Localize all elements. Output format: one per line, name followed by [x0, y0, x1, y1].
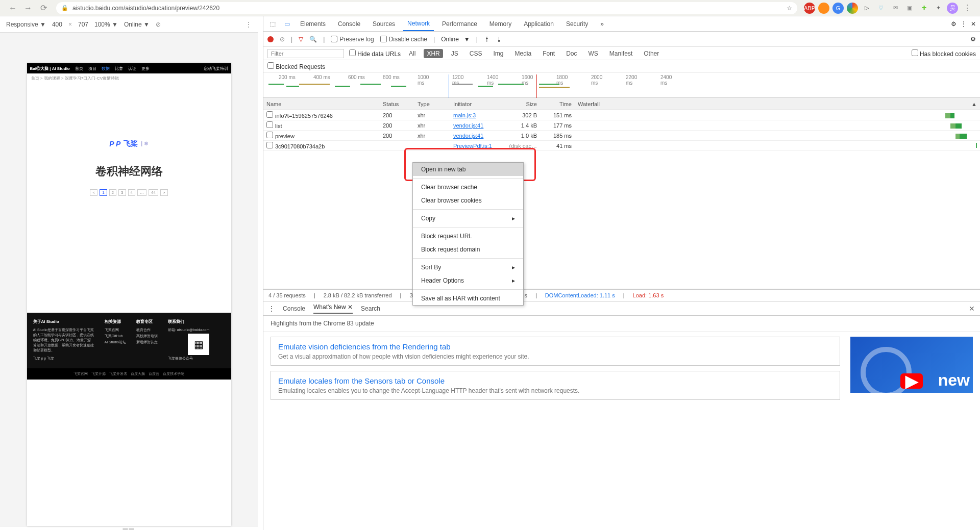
close-tab-icon[interactable]: ✕	[348, 304, 353, 311]
star-icon[interactable]: ☆	[787, 5, 792, 12]
ft-xhr[interactable]: XHR	[424, 49, 443, 58]
nav-notice[interactable]: 启动飞桨特训	[204, 66, 228, 71]
table-row[interactable]: info?t=1596257576246 200xhr main.js:3 30…	[263, 110, 980, 120]
ft-res-1[interactable]: 飞桨官网	[105, 327, 126, 333]
ft-font[interactable]: Font	[540, 49, 558, 58]
devtools-menu-icon[interactable]: ⋮	[961, 20, 967, 28]
record-icon[interactable]	[267, 36, 274, 42]
filter-toggle-icon[interactable]: ▽	[299, 36, 303, 43]
ext-abp-icon[interactable]: ABP	[804, 3, 815, 14]
youtube-play-icon[interactable]: ▶	[900, 373, 923, 389]
initiator-link[interactable]: main.js:3	[453, 112, 476, 118]
ctx-block-domain[interactable]: Block request domain	[413, 243, 523, 256]
row-select[interactable]	[266, 121, 273, 128]
ctx-save-har[interactable]: Save all as HAR with content	[413, 292, 523, 305]
url-bar[interactable]: 🔒 aistudio.baidu.com/aistudio/education/…	[56, 2, 797, 14]
ft-all[interactable]: All	[406, 49, 419, 58]
tab-console[interactable]: Console	[334, 16, 364, 31]
col-name[interactable]: Name	[263, 101, 380, 107]
ext-more-icon[interactable]: ✦	[933, 3, 944, 14]
ctx-header[interactable]: Header Options▸	[413, 274, 523, 287]
ft-doc[interactable]: Doc	[563, 49, 580, 58]
ft-res-3[interactable]: AI Studio论坛	[105, 340, 126, 345]
ft-manifest[interactable]: Manifest	[606, 49, 635, 58]
preserve-log-checkbox[interactable]: Preserve log	[331, 36, 374, 43]
col-status[interactable]: Status	[380, 101, 414, 107]
pg-1[interactable]: 1	[100, 189, 107, 196]
ft-css[interactable]: CSS	[467, 49, 485, 58]
ctx-block-url[interactable]: Block request URL	[413, 230, 523, 243]
drawer-close-icon[interactable]: ✕	[969, 305, 975, 313]
nav-home[interactable]: 首页	[75, 66, 83, 71]
ft-media[interactable]: Media	[511, 49, 534, 58]
nav-cert[interactable]: 认证	[128, 66, 136, 71]
clear-icon[interactable]: ⊘	[280, 36, 285, 43]
pg-last[interactable]: 44	[149, 189, 158, 196]
ft-edu-2[interactable]: 高校师资培训	[136, 334, 158, 339]
ft-edu-1[interactable]: 教育合作	[136, 327, 158, 333]
avatar-icon[interactable]: 昊	[947, 3, 958, 14]
ft-edu-3[interactable]: 新增师资认定	[136, 340, 158, 345]
ft-ws[interactable]: WS	[585, 49, 601, 58]
col-initiator[interactable]: Initiator	[450, 101, 505, 107]
col-waterfall[interactable]: Waterfall ▲	[575, 101, 980, 107]
col-time[interactable]: Time	[540, 101, 575, 107]
ctx-clear-cache[interactable]: Clear browser cache	[413, 181, 523, 194]
upload-har-icon[interactable]: ⭱	[484, 36, 490, 43]
table-row[interactable]: list 200xhr vendor.js:41 1.4 kB177 ms	[263, 120, 980, 131]
search-icon[interactable]: 🔍	[309, 36, 317, 43]
inspect-icon[interactable]: ⬚	[267, 19, 278, 29]
reload-icon[interactable]: ⟳	[38, 3, 49, 14]
pg-next[interactable]: >	[160, 189, 168, 196]
pg-4[interactable]: 4	[128, 189, 135, 196]
initiator-link[interactable]: vendor.js:41	[453, 122, 483, 129]
bottom-handle[interactable]: ══	[0, 526, 258, 530]
pg-2[interactable]: 2	[109, 189, 116, 196]
ext-puzzle-icon[interactable]: ✚	[918, 3, 929, 14]
tab-application[interactable]: Application	[520, 16, 558, 31]
tab-security[interactable]: Security	[562, 16, 592, 31]
ext-2-icon[interactable]	[818, 3, 829, 14]
ext-play-icon[interactable]: ▷	[861, 3, 872, 14]
ext-chrome-icon[interactable]	[847, 3, 858, 14]
network-settings-icon[interactable]: ⚙	[970, 36, 976, 43]
ext-box-icon[interactable]: ▣	[904, 3, 915, 14]
ft-other[interactable]: Other	[641, 49, 662, 58]
splitter-handle[interactable]: ⋮⋮	[258, 16, 263, 530]
disable-cache-checkbox[interactable]: Disable cache	[380, 36, 427, 43]
table-row[interactable]: preview 200xhr vendor.js:41 1.0 kB185 ms	[263, 131, 980, 141]
initiator-link[interactable]: PreviewPdf.js:1	[453, 143, 492, 149]
wn-card[interactable]: Emulate vision deficiencies from the Ren…	[271, 337, 840, 366]
ft-res-2[interactable]: 飞桨GitHub	[105, 334, 126, 339]
tab-sources[interactable]: Sources	[369, 16, 399, 31]
nav-proj[interactable]: 项目	[88, 66, 96, 71]
tab-more-icon[interactable]: »	[596, 16, 608, 31]
drawer-search-tab[interactable]: Search	[361, 305, 380, 312]
drawer-whatsnew-tab[interactable]: What's New ✕	[313, 304, 353, 314]
device-toggle-icon[interactable]: ▭	[282, 19, 292, 29]
device-menu-icon[interactable]: ⋮	[246, 21, 252, 28]
row-select[interactable]	[266, 111, 273, 118]
ext-translate-icon[interactable]: G	[832, 3, 844, 14]
filter-input[interactable]	[267, 49, 344, 58]
row-select[interactable]	[266, 132, 273, 138]
nav-data[interactable]: 数据	[102, 66, 110, 71]
tab-network[interactable]: Network	[403, 16, 434, 31]
ctx-copy[interactable]: Copy▸	[413, 212, 523, 225]
blocked-requests-checkbox[interactable]: Blocked Requests	[267, 62, 325, 70]
initiator-link[interactable]: vendor.js:41	[453, 133, 483, 139]
device-throttle-select[interactable]: Online ▼	[124, 21, 150, 28]
device-zoom-select[interactable]: 100% ▼	[94, 21, 118, 28]
nav-comp[interactable]: 比赛	[115, 66, 123, 71]
pg-prev[interactable]: <	[90, 189, 97, 196]
device-mode-select[interactable]: Responsive ▼	[6, 21, 46, 28]
nav-more[interactable]: 更多	[141, 66, 150, 71]
ft-js[interactable]: JS	[448, 49, 461, 58]
table-row[interactable]: 3c9017080b734a2b PreviewPdf.js:1 (disk c…	[263, 141, 980, 151]
ctx-open-new-tab[interactable]: Open in new tab	[413, 163, 523, 176]
tab-elements[interactable]: Elements	[296, 16, 330, 31]
col-type[interactable]: Type	[414, 101, 450, 107]
row-select[interactable]	[266, 142, 273, 148]
back-icon[interactable]: ←	[7, 3, 18, 14]
ctx-clear-cookies[interactable]: Clear browser cookies	[413, 194, 523, 207]
